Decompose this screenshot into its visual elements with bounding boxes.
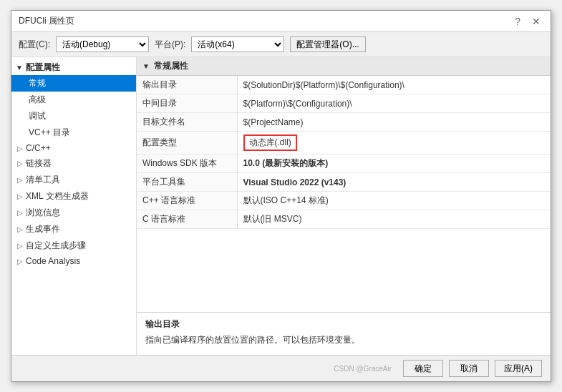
sidebar-code-analysis-arrow: ▷ — [17, 258, 23, 265]
prop-value-cpp-std[interactable]: 默认(ISO C++14 标准) — [237, 192, 551, 210]
apply-button[interactable]: 应用(A) — [495, 360, 542, 377]
prop-table: 输出目录 $(SolutionDir)$(Platform)\$(Configu… — [137, 76, 551, 229]
prop-name-cpp-std: C++ 语言标准 — [137, 192, 237, 210]
sidebar-browse-arrow: ▷ — [17, 209, 23, 217]
table-row: 目标文件名 $(ProjectName) — [137, 113, 551, 132]
config-manager-button[interactable]: 配置管理器(O)... — [290, 36, 365, 52]
sidebar-item-linker[interactable]: ▷ 链接器 — [11, 155, 136, 172]
dialog: DFUCli 属性页 ? ✕ 配置(C): 活动(Debug) 平台(P): 活… — [11, 10, 551, 382]
sidebar-xml-label: XML 文档生成器 — [26, 190, 89, 202]
sidebar-item-code-analysis[interactable]: ▷ Code Analysis — [11, 254, 136, 268]
title-bar-buttons: ? ✕ — [512, 16, 543, 27]
ok-button[interactable]: 确定 — [403, 360, 443, 377]
sidebar-custom-label: 自定义生成步骤 — [26, 240, 86, 252]
title-bar: DFUCli 属性页 ? ✕ — [11, 11, 551, 32]
prop-name-sdk-ver: Windows SDK 版本 — [137, 155, 237, 173]
table-row: 中间目录 $(Platform)\$(Configuration)\ — [137, 94, 551, 113]
prop-value-target-name[interactable]: $(ProjectName) — [237, 113, 551, 132]
sidebar-custom-arrow: ▷ — [17, 242, 23, 250]
sidebar: ▼ 配置属性 常规 高级 调试 VC++ 目录 ▷ C/C++ ▷ 链接器 ▷ … — [11, 57, 137, 355]
prop-value-toolset[interactable]: Visual Studio 2022 (v143) — [237, 173, 551, 192]
properties-area: ▼ 常规属性 输出目录 $(SolutionDir)$(Platform)\$(… — [137, 57, 551, 312]
footer: CSDN @GraceAir 确定 取消 应用(A) — [11, 355, 551, 381]
sidebar-xml-arrow: ▷ — [17, 192, 23, 200]
prop-section-arrow: ▼ — [142, 62, 150, 70]
table-row: C++ 语言标准 默认(ISO C++14 标准) — [137, 192, 551, 210]
sidebar-manifest-arrow: ▷ — [17, 176, 23, 184]
prop-value-config-type[interactable]: 动态库(.dll) — [237, 132, 551, 155]
sidebar-events-arrow: ▷ — [17, 225, 23, 233]
watermark: CSDN @GraceAir — [20, 365, 397, 373]
table-row: C 语言标准 默认(旧 MSVC) — [137, 210, 551, 229]
help-button[interactable]: ? — [512, 16, 523, 27]
sidebar-item-advanced[interactable]: 高级 — [11, 92, 136, 108]
prop-value-output-dir[interactable]: $(SolutionDir)$(Platform)\$(Configuratio… — [237, 76, 551, 94]
sidebar-item-cpp[interactable]: ▷ C/C++ — [11, 141, 136, 155]
desc-title: 输出目录 — [145, 318, 542, 330]
prop-name-inter-dir: 中间目录 — [137, 94, 237, 113]
sidebar-events-label: 生成事件 — [26, 223, 60, 235]
prop-name-output-dir: 输出目录 — [137, 76, 237, 94]
table-row: 输出目录 $(SolutionDir)$(Platform)\$(Configu… — [137, 76, 551, 94]
cancel-button[interactable]: 取消 — [449, 360, 489, 377]
prop-name-config-type: 配置类型 — [137, 132, 237, 155]
prop-value-c-std[interactable]: 默认(旧 MSVC) — [237, 210, 551, 229]
description-area: 输出目录 指向已编译程序的放置位置的路径。可以包括环境变量。 — [137, 312, 551, 355]
dialog-title: DFUCli 属性页 — [19, 15, 74, 27]
prop-section-header: ▼ 常规属性 — [137, 57, 551, 76]
config-type-highlight: 动态库(.dll) — [243, 134, 297, 151]
prop-value-inter-dir[interactable]: $(Platform)\$(Configuration)\ — [237, 94, 551, 113]
close-button[interactable]: ✕ — [529, 16, 543, 27]
table-row: 配置类型 动态库(.dll) — [137, 132, 551, 155]
platform-select[interactable]: 活动(x64) — [191, 36, 284, 52]
sidebar-browse-label: 浏览信息 — [26, 207, 60, 219]
toolbar: 配置(C): 活动(Debug) 平台(P): 活动(x64) 配置管理器(O)… — [11, 32, 551, 57]
sidebar-collapse-arrow: ▼ — [16, 64, 23, 72]
prop-value-sdk-ver[interactable]: 10.0 (最新安装的版本) — [237, 155, 551, 173]
sidebar-item-debug[interactable]: 调试 — [11, 108, 136, 124]
prop-section-label: 常规属性 — [154, 60, 188, 72]
table-row: Windows SDK 版本 10.0 (最新安装的版本) — [137, 155, 551, 173]
sidebar-manifest-label: 清单工具 — [26, 174, 60, 186]
sidebar-code-analysis-label: Code Analysis — [26, 256, 80, 266]
sidebar-item-custom[interactable]: ▷ 自定义生成步骤 — [11, 237, 136, 254]
sidebar-item-events[interactable]: ▷ 生成事件 — [11, 221, 136, 237]
sidebar-item-manifest[interactable]: ▷ 清单工具 — [11, 172, 136, 188]
sidebar-linker-label: 链接器 — [26, 157, 52, 170]
sidebar-item-browse[interactable]: ▷ 浏览信息 — [11, 205, 136, 221]
sidebar-cpp-arrow: ▷ — [17, 144, 23, 152]
sidebar-section-header[interactable]: ▼ 配置属性 — [11, 60, 136, 75]
prop-name-toolset: 平台工具集 — [137, 173, 237, 192]
sidebar-cpp-label: C/C++ — [26, 143, 51, 153]
sidebar-item-vc-dirs[interactable]: VC++ 目录 — [11, 124, 136, 141]
config-label: 配置(C): — [19, 39, 50, 51]
prop-name-c-std: C 语言标准 — [137, 210, 237, 229]
platform-label: 平台(P): — [155, 39, 185, 51]
table-row: 平台工具集 Visual Studio 2022 (v143) — [137, 173, 551, 192]
sidebar-item-general[interactable]: 常规 — [11, 75, 136, 92]
prop-name-target-name: 目标文件名 — [137, 113, 237, 132]
config-select[interactable]: 活动(Debug) — [56, 36, 149, 52]
sidebar-item-xml[interactable]: ▷ XML 文档生成器 — [11, 188, 136, 205]
main-content: ▼ 配置属性 常规 高级 调试 VC++ 目录 ▷ C/C++ ▷ 链接器 ▷ … — [11, 57, 551, 355]
desc-text: 指向已编译程序的放置位置的路径。可以包括环境变量。 — [145, 333, 542, 346]
sidebar-section-label: 配置属性 — [26, 62, 60, 74]
right-panel: ▼ 常规属性 输出目录 $(SolutionDir)$(Platform)\$(… — [137, 57, 551, 355]
sidebar-linker-arrow: ▷ — [17, 160, 23, 167]
